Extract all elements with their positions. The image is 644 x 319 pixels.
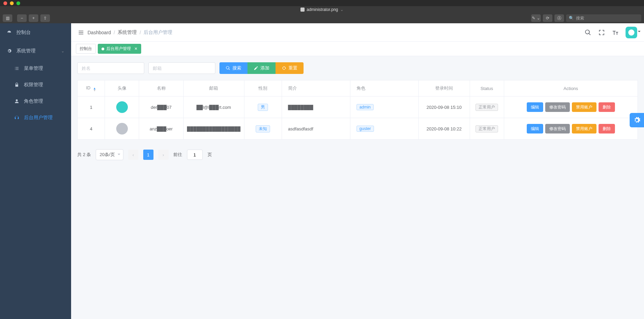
sidebar-item-console[interactable]: 控制台 bbox=[0, 23, 71, 42]
lock-icon bbox=[14, 82, 19, 87]
sidebar-item-menu-mgmt[interactable]: 菜单管理 bbox=[0, 60, 71, 77]
sidebar: 控制台 系统管理 ⌄ 菜单管理 权限管理 角色管理 后台用户管理 bbox=[0, 23, 71, 319]
mac-search-field[interactable]: 🔍 搜索 bbox=[566, 14, 641, 22]
th-login-time: 登录时间 bbox=[418, 80, 470, 97]
user-avatar[interactable] bbox=[626, 27, 637, 38]
table-row: 4 anz███oer █████████████████ 未知 asdfasd… bbox=[78, 118, 638, 140]
cell-name: der███07 bbox=[139, 97, 184, 118]
name-input[interactable] bbox=[77, 62, 144, 74]
th-id[interactable]: ID ▲▼ bbox=[78, 80, 105, 97]
avatar-image bbox=[628, 29, 634, 36]
goto-prefix: 前往 bbox=[173, 152, 182, 158]
close-icon[interactable]: ✕ bbox=[134, 47, 137, 51]
share-button[interactable]: ⇪ bbox=[40, 14, 50, 22]
close-window-icon[interactable] bbox=[3, 1, 7, 5]
zoom-in-button[interactable]: + bbox=[29, 14, 38, 22]
minimize-window-icon[interactable] bbox=[10, 1, 14, 5]
users-table: ID ▲▼ 头像 名称 邮箱 性别 简介 角色 登录时间 Status Acti… bbox=[77, 80, 638, 140]
breadcrumb-item[interactable]: 系统管理 bbox=[118, 29, 137, 36]
rotate-button[interactable]: ⟳ bbox=[543, 14, 552, 22]
pager-total: 共 2 条 bbox=[77, 152, 91, 158]
breadcrumb-current: 后台用户管理 bbox=[144, 29, 172, 36]
edit-button[interactable]: 编辑 bbox=[527, 124, 543, 133]
sidebar-label: 控制台 bbox=[16, 29, 31, 36]
page-number[interactable]: 1 bbox=[143, 150, 153, 160]
next-page-button[interactable]: › bbox=[158, 150, 169, 160]
mac-traffic-lights bbox=[0, 0, 644, 6]
prev-page-button[interactable]: ‹ bbox=[128, 150, 138, 160]
dashboard-icon bbox=[7, 30, 12, 35]
edit-button[interactable]: ✎ ⌄ bbox=[531, 14, 541, 22]
page-size-select[interactable]: 20条/页 bbox=[96, 149, 123, 160]
mac-titlebar: administrator.png ⌄ bbox=[0, 6, 644, 13]
status-tag: 正常用户 bbox=[475, 104, 498, 111]
cell-gender: 男 bbox=[244, 97, 282, 118]
table-row: 1 der███07 ██l@l███rt.com 男 ████████ adm… bbox=[78, 97, 638, 118]
page-body: 搜索 添加 重置 ID bbox=[71, 56, 644, 166]
support-icon bbox=[14, 115, 19, 120]
status-tag: 正常用户 bbox=[475, 125, 498, 132]
change-password-button[interactable]: 修改密码 bbox=[545, 124, 570, 133]
sort-icon: ▲▼ bbox=[93, 87, 96, 91]
sidebar-sublabel: 后台用户管理 bbox=[24, 115, 53, 121]
change-password-button[interactable]: 修改密码 bbox=[545, 102, 570, 112]
zoom-out-button[interactable]: − bbox=[17, 14, 27, 22]
sidebar-toggle-button[interactable]: ▥ bbox=[3, 14, 12, 22]
tab-label: 后台用户管理 bbox=[106, 46, 131, 52]
th-status: Status bbox=[470, 80, 504, 97]
delete-button[interactable]: 删除 bbox=[599, 124, 615, 133]
sidebar-label: 系统管理 bbox=[16, 48, 36, 54]
caret-down-icon bbox=[638, 31, 641, 34]
cell-id: 4 bbox=[78, 118, 105, 140]
sidebar-item-admin-users[interactable]: 后台用户管理 bbox=[0, 110, 71, 126]
search-icon[interactable] bbox=[585, 29, 591, 36]
dropdown-caret-icon: ⌄ bbox=[340, 7, 344, 12]
email-input[interactable] bbox=[148, 62, 215, 74]
avatar-icon bbox=[116, 101, 128, 113]
button-label: 添加 bbox=[260, 65, 269, 71]
settings-drawer-toggle[interactable] bbox=[630, 113, 644, 127]
sidebar-item-permission-mgmt[interactable]: 权限管理 bbox=[0, 77, 71, 93]
fullscreen-icon[interactable] bbox=[598, 29, 605, 36]
cell-id: 1 bbox=[78, 97, 105, 118]
search-button[interactable]: 搜索 bbox=[219, 62, 247, 74]
breadcrumb: Dashboard / 系统管理 / 后台用户管理 bbox=[88, 29, 172, 36]
maximize-window-icon[interactable] bbox=[16, 1, 20, 5]
disable-button[interactable]: 禁用账户 bbox=[572, 102, 596, 112]
breadcrumb-sep: / bbox=[114, 30, 115, 35]
font-size-icon[interactable] bbox=[612, 29, 619, 36]
cell-status: 正常用户 bbox=[470, 97, 504, 118]
hamburger-icon[interactable] bbox=[78, 29, 84, 36]
gender-tag: 未知 bbox=[256, 125, 270, 132]
tab-console[interactable]: 控制台 bbox=[76, 44, 96, 54]
tabs-bar: 控制台 后台用户管理 ✕ bbox=[71, 42, 644, 56]
role-tag: guster bbox=[357, 126, 374, 132]
markup-button[interactable]: Ⓐ bbox=[554, 14, 564, 22]
add-button[interactable]: 添加 bbox=[247, 62, 276, 74]
cell-actions: 编辑 修改密码 禁用账户 删除 bbox=[504, 97, 638, 118]
list-icon bbox=[14, 66, 19, 71]
sidebar-sublabel: 权限管理 bbox=[24, 82, 43, 88]
sidebar-sublabel: 角色管理 bbox=[24, 98, 43, 104]
topbar-right bbox=[585, 27, 637, 38]
main-content: Dashboard / 系统管理 / 后台用户管理 控制台 后台 bbox=[71, 23, 644, 319]
sidebar-sublabel: 菜单管理 bbox=[24, 65, 43, 72]
reset-button[interactable]: 重置 bbox=[276, 62, 304, 74]
edit-button[interactable]: 编辑 bbox=[527, 102, 543, 112]
sidebar-item-role-mgmt[interactable]: 角色管理 bbox=[0, 93, 71, 110]
mac-search-placeholder: 搜索 bbox=[576, 15, 584, 21]
cell-role: guster bbox=[350, 118, 418, 140]
chevron-down-icon: ⌄ bbox=[61, 49, 64, 53]
gear-icon bbox=[633, 116, 641, 124]
breadcrumb-item[interactable]: Dashboard bbox=[88, 30, 111, 35]
edit-icon bbox=[254, 66, 258, 71]
tab-admin-users[interactable]: 后台用户管理 ✕ bbox=[98, 44, 141, 54]
sidebar-item-system[interactable]: 系统管理 ⌄ bbox=[0, 42, 71, 60]
search-icon bbox=[226, 66, 230, 71]
delete-button[interactable]: 删除 bbox=[599, 102, 615, 112]
cell-email: ██l@l███rt.com bbox=[184, 97, 244, 118]
goto-page-input[interactable] bbox=[187, 150, 203, 160]
mac-toolbar: ▥ − + ⇪ ✎ ⌄ ⟳ Ⓐ 🔍 搜索 bbox=[0, 13, 644, 23]
disable-button[interactable]: 禁用账户 bbox=[572, 124, 596, 133]
cell-role: admin bbox=[350, 97, 418, 118]
